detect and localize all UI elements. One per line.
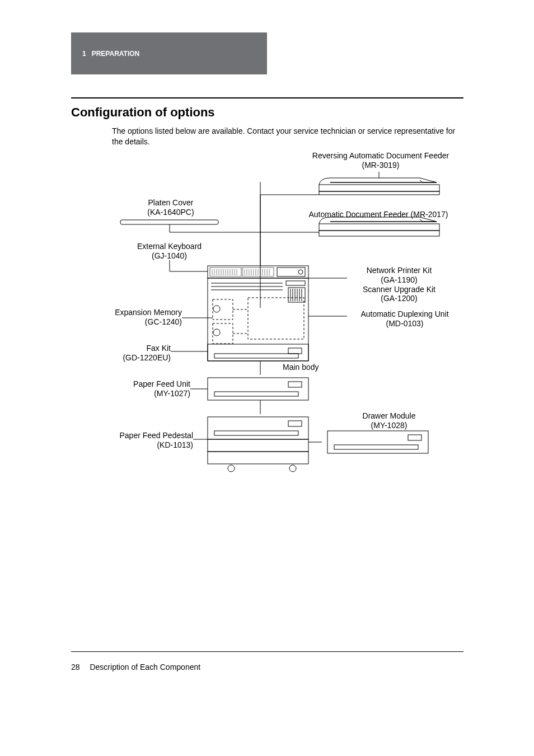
label-drawer: Drawer Module (MY-1028) (344, 411, 434, 430)
svg-rect-40 (208, 278, 308, 361)
label-platen: Platen Cover (KA-1640PC) (132, 198, 210, 217)
label-adf: Automatic Document Feeder (MR-2017) (297, 210, 460, 219)
svg-rect-44 (286, 281, 305, 285)
section-intro: The options listed below are available. … (112, 126, 459, 147)
svg-rect-74 (208, 417, 308, 439)
svg-point-39 (298, 270, 303, 274)
adf-name: Automatic Document Feeder (MR-2017) (309, 210, 448, 219)
page-number: 28 (71, 663, 80, 672)
chapter-title: PREPARATION (92, 50, 140, 58)
svg-rect-38 (277, 267, 305, 276)
configuration-diagram: Reversing Automatic Document Feeder (MR-… (92, 151, 473, 492)
svg-rect-53 (213, 323, 233, 344)
label-fax: Fax Kit (GD-1220EU) (115, 344, 171, 363)
fax-name: Fax Kit (146, 344, 171, 353)
label-expansion: Expansion Memory (GC-1240) (101, 308, 182, 327)
label-pfu: Paper Feed Unit (MY-1027) (118, 379, 190, 398)
svg-rect-85 (334, 445, 418, 449)
duplex-model: (MD-0103) (386, 319, 424, 328)
svg-rect-9 (319, 231, 439, 236)
svg-rect-1 (319, 191, 439, 195)
fax-model: (GD-1220EU) (123, 353, 171, 362)
svg-rect-0 (319, 185, 439, 191)
pedestal-name: Paper Feed Pedestal (119, 431, 193, 440)
extkbd-name: External Keyboard (137, 242, 202, 251)
svg-rect-77 (208, 439, 308, 452)
section-rule (71, 97, 463, 98)
chapter-header: 1 PREPARATION (71, 32, 267, 74)
scanner-name: Scanner Upgrade Kit (363, 285, 435, 294)
svg-rect-75 (288, 421, 302, 426)
label-ext-kbd: External Keyboard (GJ-1040) (120, 242, 218, 261)
svg-rect-69 (208, 378, 308, 400)
duplex-name: Automatic Duplexing Unit (360, 309, 448, 318)
label-duplex: Automatic Duplexing Unit (MD-0103) (349, 309, 461, 328)
svg-rect-8 (319, 224, 439, 231)
svg-rect-71 (214, 392, 298, 396)
expansion-name: Expansion Memory (115, 308, 182, 317)
svg-rect-5 (120, 220, 218, 224)
svg-point-80 (289, 465, 296, 472)
page-footer: 28 Description of Each Component (71, 663, 200, 672)
extkbd-model: (GJ-1040) (152, 251, 187, 260)
footer-section: Description of Each Component (90, 663, 200, 672)
platen-model: (KA-1640PC) (147, 208, 194, 217)
svg-rect-54 (248, 298, 304, 339)
svg-rect-84 (408, 435, 421, 440)
platen-name: Platen Cover (148, 198, 194, 207)
svg-rect-83 (327, 431, 428, 453)
pfu-model: (MY-1027) (154, 389, 190, 398)
svg-rect-70 (288, 382, 302, 387)
pedestal-model: (KD-1013) (157, 440, 193, 449)
scanner-model: (GA-1200) (381, 294, 417, 303)
chapter-number: 1 (82, 50, 86, 58)
pfu-name: Paper Feed Unit (133, 379, 190, 388)
label-pedestal: Paper Feed Pedestal (KD-1013) (104, 431, 193, 450)
svg-rect-52 (213, 299, 233, 320)
page: 1 PREPARATION Configuration of options T… (0, 0, 534, 756)
label-main-body: Main body (283, 363, 319, 372)
netprinter-model: (GA-1190) (381, 275, 417, 284)
mainbody-name: Main body (283, 363, 319, 372)
svg-rect-76 (214, 431, 298, 435)
drawer-name: Drawer Module (363, 411, 416, 420)
netprinter-name: Network Printer Kit (367, 266, 432, 275)
expansion-model: (GC-1240) (145, 317, 182, 326)
drawer-model: (MY-1028) (371, 421, 407, 430)
svg-rect-78 (208, 452, 308, 464)
section-title: Configuration of options (71, 105, 215, 120)
footer-rule (71, 651, 463, 652)
svg-point-79 (228, 465, 235, 472)
label-net-scan: Network Printer Kit (GA-1190) Scanner Up… (349, 266, 449, 303)
svg-rect-59 (214, 354, 298, 358)
svg-rect-58 (288, 348, 302, 354)
